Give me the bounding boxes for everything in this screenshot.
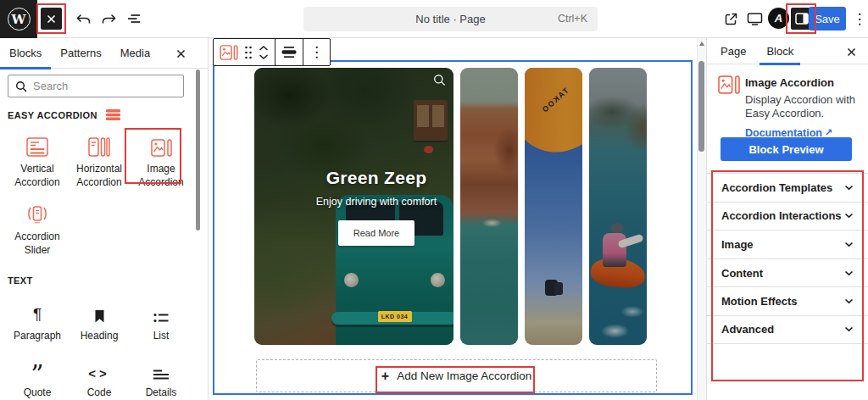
accordion-panel-kayak[interactable] <box>589 68 647 345</box>
block-label: Paragraph <box>14 330 61 343</box>
sidebar-panel-icon <box>795 13 809 25</box>
editor-canvas: ⋮ LKD 034 Green Zeep Enjoy drivin <box>209 38 706 400</box>
search-input[interactable] <box>33 80 160 92</box>
plus-icon: + <box>381 369 389 384</box>
tab-media[interactable]: Media <box>111 38 159 69</box>
block-quote[interactable]: ” Quote <box>8 353 67 400</box>
block-list[interactable]: List <box>131 297 191 343</box>
align-icon[interactable] <box>281 45 297 59</box>
search-icon <box>15 81 27 92</box>
external-link-icon <box>724 12 738 26</box>
zoom-icon[interactable] <box>433 74 446 86</box>
accordion-panel-expanded[interactable]: LKD 034 Green Zeep Enjoy driving with co… <box>254 68 453 345</box>
chevron-down-icon <box>844 185 854 191</box>
panel-motion-effects[interactable]: Motion Effects <box>707 286 868 315</box>
block-label: Accordion Slider <box>8 231 67 257</box>
tab-blocks[interactable]: Blocks <box>0 38 51 69</box>
read-more-button[interactable]: Read More <box>338 220 415 246</box>
kebab-icon: ⋮ <box>853 12 867 26</box>
add-new-image-accordion-area[interactable]: + Add New Image Accordion <box>256 359 657 392</box>
panel-overlay <box>589 68 647 345</box>
block-inserter-panel: Blocks Patterns Media EASY ACCORDION <box>0 38 209 400</box>
document-title: No title · Page <box>303 13 598 25</box>
image-accordion-preview: LKD 034 Green Zeep Enjoy driving with co… <box>254 68 647 345</box>
section-title: EASY ACCORDION <box>8 110 97 120</box>
drag-handle-icon[interactable] <box>244 46 253 59</box>
chevron-down-icon <box>844 242 854 247</box>
redo-icon <box>101 13 117 25</box>
license-plate: LKD 034 <box>378 311 412 322</box>
accordion-subtitle: Enjoy driving with comfort <box>303 196 450 208</box>
panel-label: Image <box>721 238 754 251</box>
options-menu-button[interactable]: ⋮ <box>851 8 868 29</box>
close-inserter-button[interactable] <box>170 43 191 64</box>
block-search-field[interactable] <box>8 75 184 97</box>
panel-accordion-interactions[interactable]: Accordion Interactions <box>707 202 868 231</box>
kebab-icon[interactable]: ⋮ <box>309 45 324 59</box>
panel-label: Advanced <box>721 323 774 336</box>
block-preview-button[interactable]: Block Preview <box>721 137 852 161</box>
tab-block[interactable]: Block <box>756 38 804 64</box>
move-down-icon[interactable] <box>259 54 269 59</box>
accordion-panel-venice[interactable] <box>460 68 518 345</box>
section-easy-accordion: EASY ACCORDION <box>8 109 120 120</box>
panel-advanced[interactable]: Advanced <box>707 315 868 344</box>
block-label: Quote <box>24 386 52 400</box>
panel-label: Accordion Interactions <box>721 209 842 222</box>
block-accordion-slider[interactable]: Accordion Slider <box>8 197 67 257</box>
block-code[interactable]: <> Code <box>70 353 129 400</box>
close-icon <box>847 47 856 57</box>
list-icon <box>153 300 169 324</box>
panel-label: Content <box>721 267 763 280</box>
accordion-slider-icon <box>25 201 49 225</box>
accordion-content: Green Zeep Enjoy driving with comfort Re… <box>303 168 450 246</box>
block-image-accordion[interactable]: Image Accordion <box>131 130 191 189</box>
view-site-button[interactable] <box>721 8 741 29</box>
panel-overlay <box>460 68 518 345</box>
accordion-title: Green Zeep <box>303 168 450 188</box>
document-overview-button[interactable] <box>124 8 144 29</box>
tab-patterns[interactable]: Patterns <box>51 38 110 69</box>
canvas-scrollbar-thumb[interactable] <box>698 61 704 152</box>
close-settings-button[interactable] <box>841 42 861 62</box>
block-vertical-accordion[interactable]: Vertical Accordion <box>8 130 67 189</box>
tab-page[interactable]: Page <box>710 38 756 64</box>
close-editor-button[interactable] <box>41 8 62 30</box>
block-label: List <box>153 330 170 343</box>
text-block-grid-row2: ” Quote <> Code Details <box>8 353 191 400</box>
vertical-accordion-icon <box>26 133 48 157</box>
details-icon <box>153 357 169 381</box>
block-mover <box>259 46 269 59</box>
panel-content[interactable]: Content <box>707 258 868 287</box>
panel-label: Accordion Templates <box>721 181 832 194</box>
desktop-icon <box>747 12 763 25</box>
avatar[interactable]: A <box>768 8 789 29</box>
block-label: Heading <box>81 330 119 343</box>
block-label: Code <box>87 386 112 400</box>
chevron-down-icon <box>844 326 854 332</box>
block-horizontal-accordion[interactable]: Horizontal Accordion <box>70 130 129 189</box>
block-heading[interactable]: Heading <box>70 297 129 343</box>
image-accordion-block-icon[interactable] <box>220 45 238 60</box>
command-palette[interactable]: No title · Page Ctrl+K <box>303 7 598 31</box>
block-details[interactable]: Details <box>131 353 191 400</box>
inserter-scrollbar-thumb[interactable] <box>196 69 200 231</box>
accordion-panel-parasail[interactable]: TAKOO <box>525 68 582 345</box>
preview-device-button[interactable] <box>744 8 765 29</box>
settings-panel-list: Accordion Templates Accordion Interactio… <box>707 173 868 344</box>
block-paragraph[interactable]: ¶ Paragraph <box>8 297 67 343</box>
move-up-icon[interactable] <box>259 46 269 51</box>
panel-image[interactable]: Image <box>707 230 868 258</box>
wordpress-w-icon: W <box>8 8 31 31</box>
image-accordion-icon <box>151 133 172 157</box>
settings-sidebar: Page Block Image Accordion Display Accor… <box>706 38 868 400</box>
redo-button[interactable] <box>98 8 119 29</box>
easy-accordion-logo-icon <box>106 109 120 120</box>
scrollbar-up-arrow[interactable] <box>699 42 704 46</box>
wordpress-logo[interactable]: W <box>0 0 37 38</box>
panel-accordion-templates[interactable]: Accordion Templates <box>707 173 868 202</box>
undo-button[interactable] <box>73 8 93 29</box>
save-button[interactable]: Save <box>809 7 846 31</box>
chevron-down-icon <box>844 270 854 276</box>
command-shortcut: Ctrl+K <box>558 13 587 25</box>
